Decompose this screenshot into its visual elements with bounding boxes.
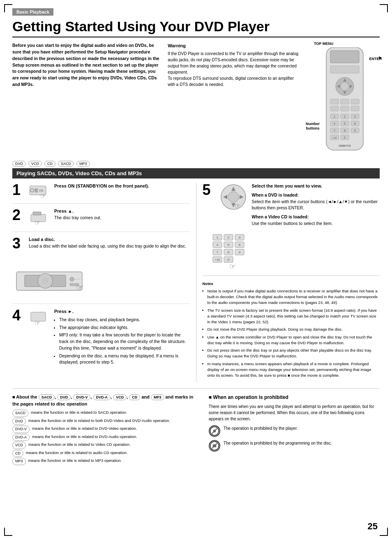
svg-text:2: 2 [344,115,346,118]
mark-dvdv-badge: DVD-V [12,426,30,433]
when-prohibited-intro: There are times when you are using the p… [209,403,380,422]
step-2-number: 2 [12,208,25,222]
step-5-dvd-heading: When a DVD is loaded: [252,192,299,197]
step-2-content: Press ▲. The disc tray comes out. [54,208,190,221]
about-vcd-badge: VCD [113,394,127,400]
svg-rect-1 [330,51,359,63]
svg-rect-40 [35,188,38,192]
step-2-title: Press ▲. [54,208,190,215]
svg-text:1: 1 [334,115,335,118]
step-5-vcd-text: Use the number buttons to select the ite… [252,221,333,226]
step-1-title: Press ON (STANDBY/ON on the front panel)… [54,183,190,190]
step-5-vcd-heading: When a Video CD is loaded: [252,214,309,219]
svg-text:6: 6 [354,122,356,125]
step-3-body: Load a disc with the label side facing u… [29,243,187,250]
steps-column: 1 ON ☞ Press ON (STANDBY/ON on the front… [12,183,196,382]
corner-mark-bl [4,528,12,536]
when-prohibited-title: ■ When an operation is prohibited [209,394,380,401]
step-3-title: Load a disc. [29,236,187,243]
svg-text:8: 8 [344,129,346,132]
svg-text:6: 6 [238,243,240,247]
svg-text:0: 0 [227,258,229,262]
svg-text:5: 5 [227,243,229,247]
badge-mp3: MP3 [76,161,90,167]
corner-mark-tr [380,4,388,12]
step-4-bullet-3: MP3 only: It may take a few seconds for … [59,332,190,351]
section-title: Playing SACDs, DVDs, Video CDs, CDs and … [12,168,380,178]
dvd-player-illustration: ☞ [12,257,95,299]
mark-row-mp3: MP3 means the function or title is relat… [12,458,201,465]
svg-text:8: 8 [227,250,229,254]
prohibited-text-2: The operation is prohibited by the progr… [224,440,332,446]
step-3-number: 3 [12,236,25,251]
svg-text:4: 4 [216,243,218,247]
svg-rect-12 [330,106,339,111]
svg-text:4: 4 [334,122,335,125]
mark-vcd-badge: VCD [12,442,26,449]
step-1-icon: ON ☞ [29,183,50,199]
notes-title: Notes [203,281,380,287]
bottom-section: ■ About the SACD, DVD, DVD-V, DVD-A, VCD… [12,388,380,466]
mark-row-dvdv: DVD-V means the function or title is rel… [12,426,201,433]
badge-sacd: SACD [58,161,74,167]
svg-text:7: 7 [216,250,218,254]
about-marks-title: ■ About the SACD, DVD, DVD-V, DVD-A, VCD… [12,394,201,407]
step-5-content: Select the item you want to view. When a… [252,183,380,227]
svg-point-50 [44,280,46,282]
mark-mp3-badge: MP3 [12,458,26,465]
mark-row-sacd: SACD means the function or title is rela… [12,410,201,417]
step-4-bullet-2: The appropriate disc indicator lights. [59,324,190,331]
note-3: Do not move the DVD Player during playba… [208,327,380,332]
svg-text:5: 5 [344,122,346,125]
badge-vcd: VCD [28,161,42,167]
mark-sacd-badge: SACD [12,410,28,417]
mark-dvd-badge: DVD [12,418,26,425]
remote-svg: 1 2 3 4 5 6 7 8 9 +10 0 ONKYO [318,47,371,154]
svg-text:+10: +10 [215,258,220,261]
svg-point-58 [228,192,239,202]
corner-mark-br [380,528,388,536]
step-5-dvd-text: Select the item with the cursor buttons … [252,199,378,211]
svg-rect-14 [351,106,359,111]
about-cd-badge: CD [129,394,140,400]
step-1: 1 ON ☞ Press ON (STANDBY/ON on the front… [12,183,190,204]
note-4: Use ▲ on the remote controller or DVD Pl… [208,334,380,346]
prohibited-item-1: The operation is prohibited by the playe… [209,425,380,437]
svg-text:☞: ☞ [35,320,40,327]
mark-cd-text: means the function or title is related t… [26,450,128,456]
svg-text:+10: +10 [332,137,337,139]
remote-illustration: TOP MENU ENTER Numberbuttons ► [310,42,380,155]
note-1: Noise is output if you make digital audi… [208,288,380,306]
svg-text:3: 3 [238,236,240,239]
step-5-number: 5 [203,183,215,197]
step-4-bullets: The disc tray closes, and playback begin… [54,317,190,366]
svg-text:9: 9 [238,250,240,254]
step-4-icon: ☞ [29,308,50,328]
about-marks-section: ■ About the SACD, DVD, DVD-V, DVD-A, VCD… [12,394,201,466]
svg-text:☞: ☞ [229,262,236,271]
note-6: In many instances, a menu screen appears… [208,361,380,379]
svg-text:☞: ☞ [35,219,40,226]
mark-row-vcd: VCD means the function or title is relat… [12,442,201,449]
step-3: 3 Load a disc. Load a disc with the labe… [12,236,190,304]
svg-text:1: 1 [216,236,218,239]
num-buttons-area: 1 2 3 4 5 6 7 8 9 + [211,234,252,271]
notes-list: Noise is output if you make digital audi… [203,288,380,379]
page-title: Getting Started Using Your DVD Player [12,19,380,37]
corner-mark-tl [4,4,12,12]
step-5-header: 5 ☞ Select the item you want [203,183,380,227]
step-1-number: 1 [12,183,25,197]
svg-rect-92 [213,445,217,447]
svg-point-89 [213,430,216,433]
svg-text:☞: ☞ [40,192,46,199]
about-mp3-badge: MP3 [151,394,164,400]
svg-text:3: 3 [354,115,356,118]
prohibited-icon-2 [209,440,220,452]
note-2: The TV screen size is factory set to pre… [208,308,380,325]
svg-text:ON: ON [39,189,44,192]
svg-text:7: 7 [334,129,335,132]
mark-mp3-text: means the function or title is related t… [28,458,122,464]
number-buttons-label: Numberbuttons [306,122,320,131]
mark-dvda-badge: DVD-A [12,434,30,441]
svg-text:☞: ☞ [76,283,83,292]
